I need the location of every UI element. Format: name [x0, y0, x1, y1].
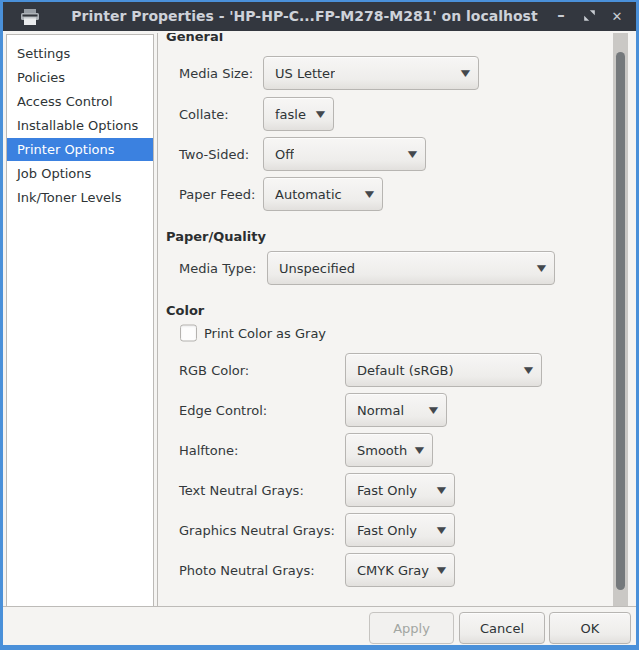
- ok-button[interactable]: OK: [549, 612, 631, 644]
- chevron-down-icon: ▼: [437, 565, 446, 575]
- paper-feed-row: Paper Feed: Automatic ▼: [158, 177, 636, 211]
- paper-feed-label: Paper Feed:: [179, 187, 255, 202]
- two-sided-label: Two-Sided:: [179, 147, 249, 162]
- dropdown-value: Fast Only: [357, 523, 417, 538]
- section-heading-general: General: [166, 33, 223, 44]
- minimize-button[interactable]: –: [550, 6, 572, 28]
- media-type-label: Media Type:: [179, 261, 256, 276]
- category-sidebar: Settings Policies Access Control Install…: [6, 34, 154, 606]
- titlebar[interactable]: Printer Properties - 'HP-HP-C...FP-M278-…: [3, 2, 636, 31]
- halftone-row: Halftone: Smooth ▼: [158, 433, 636, 467]
- dropdown-value: US Letter: [275, 66, 335, 81]
- chevron-down-icon: ▼: [415, 445, 424, 455]
- photo-neutral-grays-dropdown[interactable]: CMYK Gray ▼: [345, 553, 455, 587]
- sidebar-item-policies[interactable]: Policies: [7, 66, 153, 89]
- sidebar-item-job-options[interactable]: Job Options: [7, 162, 153, 185]
- cancel-button[interactable]: Cancel: [459, 612, 545, 644]
- section-heading-color: Color: [166, 303, 204, 318]
- dropdown-value: CMYK Gray: [357, 563, 429, 578]
- window-title: Printer Properties - 'HP-HP-C...FP-M278-…: [63, 2, 546, 31]
- rgb-color-dropdown[interactable]: Default (sRGB) ▼: [345, 353, 542, 387]
- dialog-body: Settings Policies Access Control Install…: [3, 31, 636, 607]
- text-neutral-grays-row: Text Neutral Grays: Fast Only ▼: [158, 473, 636, 507]
- chevron-down-icon: ▼: [537, 263, 546, 273]
- restore-icon: [584, 9, 595, 24]
- graphics-neutral-grays-dropdown[interactable]: Fast Only ▼: [345, 513, 455, 547]
- two-sided-dropdown[interactable]: Off ▼: [263, 137, 426, 171]
- print-color-as-gray-label: Print Color as Gray: [204, 326, 326, 341]
- media-size-label: Media Size:: [179, 66, 253, 81]
- dropdown-value: fasle: [275, 107, 306, 122]
- graphics-neutral-grays-label: Graphics Neutral Grays:: [179, 523, 335, 538]
- media-type-dropdown[interactable]: Unspecified ▼: [267, 251, 555, 285]
- chevron-down-icon: ▼: [524, 365, 533, 375]
- photo-neutral-grays-label: Photo Neutral Grays:: [179, 563, 315, 578]
- dropdown-value: Unspecified: [279, 261, 355, 276]
- dropdown-value: Default (sRGB): [357, 363, 454, 378]
- edge-control-label: Edge Control:: [179, 403, 267, 418]
- edge-control-row: Edge Control: Normal ▼: [158, 393, 636, 427]
- media-type-row: Media Type: Unspecified ▼: [158, 251, 636, 285]
- restore-button[interactable]: [578, 6, 600, 28]
- window-controls: – ✕: [550, 2, 628, 31]
- close-button[interactable]: ✕: [606, 6, 628, 28]
- chevron-down-icon: ▼: [408, 149, 417, 159]
- halftone-dropdown[interactable]: Smooth ▼: [345, 433, 433, 467]
- sidebar-item-ink-toner-levels[interactable]: Ink/Toner Levels: [7, 186, 153, 209]
- print-color-as-gray-checkbox[interactable]: [180, 325, 197, 342]
- chevron-down-icon: ▼: [461, 68, 470, 78]
- dropdown-value: Smooth: [357, 443, 407, 458]
- printer-options-pane: General Media Size: US Letter ▼ Collate:…: [157, 33, 636, 606]
- scrollbar-thumb[interactable]: [616, 52, 625, 590]
- media-size-row: Media Size: US Letter ▼: [158, 56, 636, 90]
- sidebar-item-installable-options[interactable]: Installable Options: [7, 114, 153, 137]
- sidebar-item-settings[interactable]: Settings: [7, 42, 153, 65]
- sidebar-item-printer-options[interactable]: Printer Options: [7, 138, 153, 161]
- chevron-down-icon: ▼: [365, 189, 374, 199]
- collate-dropdown[interactable]: fasle ▼: [263, 97, 334, 131]
- printer-properties-window: Printer Properties - 'HP-HP-C...FP-M278-…: [0, 0, 639, 650]
- dropdown-value: Off: [275, 147, 294, 162]
- edge-control-dropdown[interactable]: Normal ▼: [345, 393, 447, 427]
- photo-neutral-grays-row: Photo Neutral Grays: CMYK Gray ▼: [158, 553, 636, 587]
- text-neutral-grays-label: Text Neutral Grays:: [179, 483, 304, 498]
- chevron-down-icon: ▼: [429, 405, 438, 415]
- chevron-down-icon: ▼: [437, 525, 446, 535]
- media-size-dropdown[interactable]: US Letter ▼: [263, 56, 479, 90]
- graphics-neutral-grays-row: Graphics Neutral Grays: Fast Only ▼: [158, 513, 636, 547]
- two-sided-row: Two-Sided: Off ▼: [158, 137, 636, 171]
- chevron-down-icon: ▼: [316, 109, 325, 119]
- collate-label: Collate:: [179, 107, 229, 122]
- print-color-as-gray-row: Print Color as Gray: [158, 321, 636, 345]
- dropdown-value: Fast Only: [357, 483, 417, 498]
- paper-feed-dropdown[interactable]: Automatic ▼: [263, 177, 383, 211]
- printer-icon: [19, 8, 41, 26]
- halftone-label: Halftone:: [179, 443, 238, 458]
- vertical-scrollbar[interactable]: [613, 33, 628, 606]
- collate-row: Collate: fasle ▼: [158, 97, 636, 131]
- rgb-color-label: RGB Color:: [179, 363, 249, 378]
- dropdown-value: Normal: [357, 403, 404, 418]
- dropdown-value: Automatic: [275, 187, 342, 202]
- sidebar-item-access-control[interactable]: Access Control: [7, 90, 153, 113]
- section-heading-paper-quality: Paper/Quality: [166, 229, 266, 244]
- chevron-down-icon: ▼: [437, 485, 446, 495]
- apply-button[interactable]: Apply: [369, 612, 454, 644]
- rgb-color-row: RGB Color: Default (sRGB) ▼: [158, 353, 636, 387]
- dialog-footer: Apply Cancel OK: [3, 607, 636, 645]
- text-neutral-grays-dropdown[interactable]: Fast Only ▼: [345, 473, 455, 507]
